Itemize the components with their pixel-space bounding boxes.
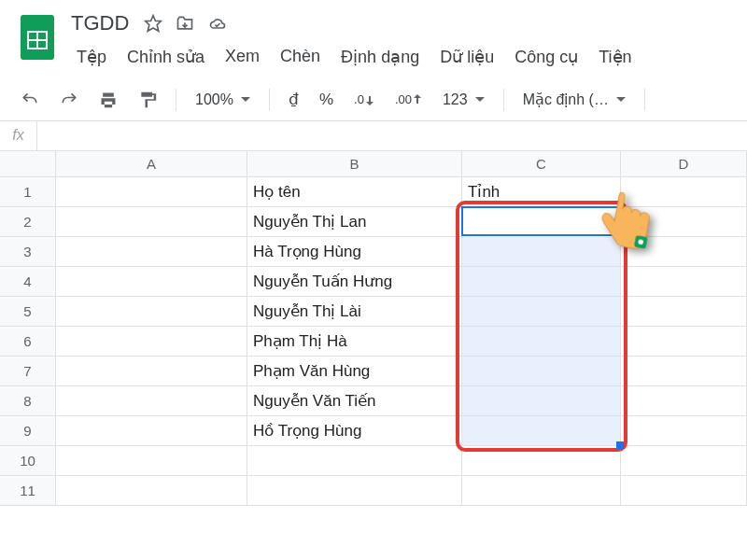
cell-D4[interactable] bbox=[621, 267, 747, 297]
menu-data[interactable]: Dữ liệu bbox=[430, 43, 503, 71]
menu-file[interactable]: Tệp bbox=[67, 43, 116, 71]
cell-D8[interactable] bbox=[621, 386, 747, 416]
cell-C4[interactable] bbox=[462, 267, 621, 297]
cell-A1[interactable] bbox=[56, 177, 247, 207]
cell-B10[interactable] bbox=[247, 446, 462, 476]
cell-A2[interactable] bbox=[56, 207, 247, 237]
sheets-app-icon[interactable] bbox=[19, 13, 56, 62]
cell-D2[interactable] bbox=[621, 207, 747, 237]
cell-D11[interactable] bbox=[621, 476, 747, 506]
menu-insert[interactable]: Chèn bbox=[271, 43, 330, 71]
cell-C2[interactable] bbox=[461, 206, 622, 236]
cell-A5[interactable] bbox=[56, 297, 247, 327]
cell-B3[interactable]: Hà Trọng Hùng bbox=[247, 237, 462, 267]
currency-button[interactable]: ₫ bbox=[281, 84, 306, 115]
menubar: Tệp Chỉnh sửa Xem Chèn Định dạng Dữ liệu… bbox=[65, 39, 738, 78]
cell-D9[interactable] bbox=[621, 416, 747, 446]
cell-C5[interactable] bbox=[462, 297, 621, 327]
cell-C9[interactable] bbox=[462, 416, 621, 446]
row-header[interactable]: 11 bbox=[0, 476, 56, 506]
cell-A8[interactable] bbox=[56, 386, 247, 416]
cell-D3[interactable] bbox=[621, 237, 747, 267]
cell-B8[interactable]: Nguyễn Văn Tiến bbox=[247, 386, 462, 416]
row-header[interactable]: 6 bbox=[0, 327, 56, 357]
caret-icon bbox=[241, 97, 250, 102]
cell-C6[interactable] bbox=[462, 327, 621, 357]
formula-bar: fx bbox=[0, 121, 747, 151]
col-header-A[interactable]: A bbox=[56, 151, 247, 177]
formula-input[interactable] bbox=[37, 121, 747, 150]
cell-A9[interactable] bbox=[56, 416, 247, 446]
cell-A4[interactable] bbox=[56, 267, 247, 297]
menu-view[interactable]: Xem bbox=[216, 43, 269, 71]
cell-D10[interactable] bbox=[621, 446, 747, 476]
selection-fill-handle[interactable] bbox=[616, 441, 624, 449]
row-header[interactable]: 1 bbox=[0, 177, 56, 207]
cell-D5[interactable] bbox=[621, 297, 747, 327]
toolbar-separator bbox=[176, 89, 176, 111]
cell-D7[interactable] bbox=[621, 357, 747, 386]
increase-decimal-button[interactable]: .00 bbox=[388, 87, 430, 112]
col-header-C[interactable]: C bbox=[462, 151, 621, 177]
cell-C3[interactable] bbox=[462, 237, 621, 267]
title-row: TGDD bbox=[65, 7, 738, 39]
percent-button[interactable]: % bbox=[312, 85, 341, 115]
cell-B6[interactable]: Phạm Thị Hà bbox=[247, 327, 462, 357]
toolbar-separator bbox=[503, 89, 504, 111]
zoom-select[interactable]: 100% bbox=[188, 86, 258, 114]
menu-tools[interactable]: Công cụ bbox=[505, 43, 587, 71]
paint-format-icon[interactable] bbox=[131, 85, 164, 115]
star-icon[interactable] bbox=[144, 14, 162, 33]
row-header[interactable]: 4 bbox=[0, 267, 56, 297]
select-all-corner[interactable] bbox=[0, 151, 56, 177]
row-header[interactable]: 3 bbox=[0, 237, 56, 267]
cell-C11[interactable] bbox=[462, 476, 621, 506]
cell-C8[interactable] bbox=[462, 386, 621, 416]
cell-B1[interactable]: Họ tên bbox=[247, 177, 462, 207]
cell-B4[interactable]: Nguyễn Tuấn Hưng bbox=[247, 267, 462, 297]
zoom-value: 100% bbox=[195, 91, 233, 108]
cell-B2[interactable]: Nguyễn Thị Lan bbox=[247, 207, 462, 237]
menu-format[interactable]: Định dạng bbox=[331, 43, 429, 71]
toolbar-separator bbox=[644, 89, 645, 111]
cell-A7[interactable] bbox=[56, 357, 247, 386]
row-header[interactable]: 7 bbox=[0, 357, 56, 386]
row-header[interactable]: 5 bbox=[0, 297, 56, 327]
cell-B11[interactable] bbox=[247, 476, 462, 506]
print-icon[interactable] bbox=[92, 85, 125, 115]
menu-extensions[interactable]: Tiện bbox=[589, 43, 641, 71]
cell-A3[interactable] bbox=[56, 237, 247, 267]
cloud-status-icon[interactable] bbox=[207, 14, 228, 33]
caret-icon bbox=[616, 97, 626, 102]
cell-D1[interactable] bbox=[621, 177, 747, 207]
spreadsheet-grid[interactable]: A B C D 1Họ tênTỉnh2Nguyễn Thị Lan3Hà Tr… bbox=[0, 151, 747, 506]
cell-C10[interactable] bbox=[462, 446, 621, 476]
doc-title[interactable]: TGDD bbox=[65, 9, 134, 37]
cell-A6[interactable] bbox=[56, 327, 247, 357]
col-header-D[interactable]: D bbox=[621, 151, 747, 177]
font-select[interactable]: Mặc định (… bbox=[515, 85, 633, 114]
row-header[interactable]: 9 bbox=[0, 416, 56, 446]
number-format-select[interactable]: 123 bbox=[435, 86, 492, 114]
decrease-decimal-button[interactable]: .0 bbox=[346, 87, 382, 112]
row-header[interactable]: 8 bbox=[0, 386, 56, 416]
toolbar: 100% ₫ % .0 .00 123 Mặc định (… bbox=[0, 78, 747, 121]
cell-B7[interactable]: Phạm Văn Hùng bbox=[247, 357, 462, 386]
col-header-B[interactable]: B bbox=[247, 151, 462, 177]
cell-B5[interactable]: Nguyễn Thị Lài bbox=[247, 297, 462, 327]
svg-marker-4 bbox=[146, 16, 162, 32]
cell-A10[interactable] bbox=[56, 446, 247, 476]
title-icons bbox=[144, 14, 228, 33]
cell-D6[interactable] bbox=[621, 327, 747, 357]
redo-icon[interactable] bbox=[52, 85, 86, 115]
row-header[interactable]: 2 bbox=[0, 207, 56, 237]
cell-A11[interactable] bbox=[56, 476, 247, 506]
row-header[interactable]: 10 bbox=[0, 446, 56, 476]
cell-B9[interactable]: Hồ Trọng Hùng bbox=[247, 416, 462, 446]
cell-C1[interactable]: Tỉnh bbox=[462, 177, 621, 207]
toolbar-separator bbox=[269, 89, 270, 111]
menu-edit[interactable]: Chỉnh sửa bbox=[118, 43, 214, 71]
cell-C7[interactable] bbox=[462, 357, 621, 386]
undo-icon[interactable] bbox=[13, 85, 47, 115]
move-icon[interactable] bbox=[176, 14, 194, 33]
